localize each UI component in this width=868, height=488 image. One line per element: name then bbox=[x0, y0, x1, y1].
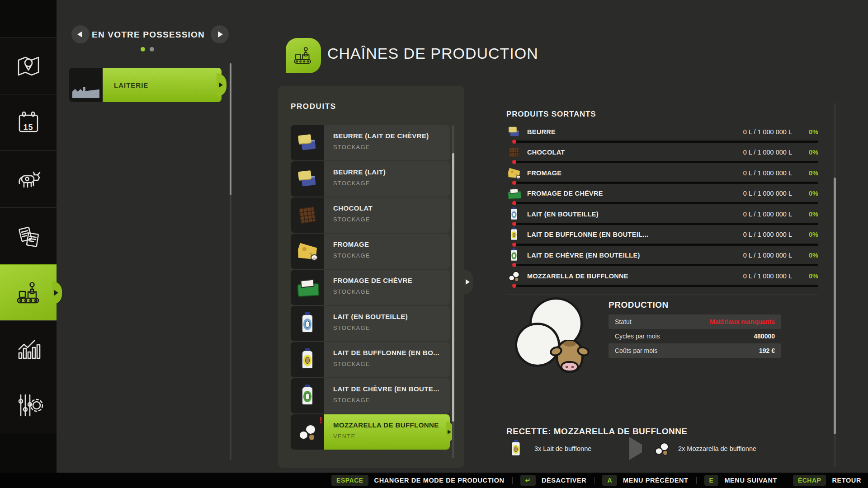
butter-icon bbox=[298, 170, 317, 188]
product-title: FROMAGE DE CHÈVRE bbox=[333, 277, 450, 284]
output-percent: 0% bbox=[792, 128, 818, 136]
product-title: BEURRE (LAIT) bbox=[333, 168, 450, 176]
product-title: LAIT DE BUFFLONNE (EN BO... bbox=[333, 349, 450, 357]
mozzarella-icon bbox=[653, 441, 671, 457]
a-key-chip[interactable]: A bbox=[602, 475, 617, 486]
product-item-lait-chevre[interactable]: LAIT DE CHÈVRE (EN BOUTE... STOCKAGE bbox=[291, 378, 450, 413]
product-mode-label: STOCKAGE bbox=[333, 288, 450, 295]
main-sidebar: 15 bbox=[0, 0, 57, 488]
output-name: LAIT DE BUFFLONNE (EN BOUTEIL... bbox=[527, 231, 743, 238]
owned-scrollbar-thumb[interactable] bbox=[230, 63, 231, 195]
output-fill-bar bbox=[514, 202, 818, 204]
sidebar-item-animals[interactable] bbox=[0, 150, 57, 207]
factory-image bbox=[72, 86, 99, 98]
sidebar-item-settings[interactable] bbox=[0, 377, 57, 433]
milk-bottle-icon bbox=[506, 206, 522, 222]
output-name: MOZZARELLA DE BUFFLONNE bbox=[527, 272, 743, 280]
escape-key-chip[interactable]: ÉCHAP bbox=[793, 475, 826, 486]
outputs-scrollbar[interactable] bbox=[834, 103, 836, 467]
product-item-beurre-chevre[interactable]: BEURRE (LAIT DE CHÈVRE) STOCKAGE bbox=[291, 125, 450, 160]
product-item-mozzarella-selected[interactable]: ! MOZZARELLA DE BUFFLONNE VENTE bbox=[291, 414, 450, 450]
product-thumb bbox=[291, 125, 324, 160]
cheese-wedge-icon bbox=[506, 165, 522, 181]
stat-label: Statut bbox=[615, 318, 632, 325]
sidebar-item-map[interactable] bbox=[0, 38, 57, 94]
output-fill-bar bbox=[514, 223, 818, 225]
stat-value-cycles: 480000 bbox=[754, 333, 775, 340]
section-divider bbox=[506, 295, 818, 295]
product-thumb bbox=[291, 161, 324, 197]
missing-materials-alert-icon: ! bbox=[319, 415, 322, 426]
owned-production-laiterie[interactable]: LAITERIE bbox=[69, 68, 222, 102]
output-row-fromage-chevre: FROMAGE DE CHÈVRE 0 L / 1 000 000 L 0% bbox=[506, 186, 818, 206]
space-key-chip[interactable]: ESPACE bbox=[331, 475, 368, 486]
map-icon bbox=[14, 52, 43, 80]
output-fill-bar bbox=[514, 161, 818, 163]
enter-key-chip[interactable]: ↵ bbox=[520, 475, 536, 486]
output-amount: 0 L / 1 000 000 L bbox=[743, 190, 792, 197]
laiterie-label: LAITERIE bbox=[114, 81, 148, 89]
stat-value-status: Matériaux manquants bbox=[710, 318, 775, 325]
product-item-lait-bouteille[interactable]: LAIT (EN BOUTEILLE) STOCKAGE bbox=[291, 306, 450, 341]
goat-milk-bottle-icon bbox=[302, 386, 313, 405]
output-amount: 0 L / 1 000 000 L bbox=[743, 128, 792, 136]
sidebar-item-calendar[interactable]: 15 bbox=[0, 94, 57, 150]
output-percent: 0% bbox=[792, 252, 818, 259]
buffalo-milk-bottle-icon bbox=[506, 227, 522, 242]
footer-separator bbox=[512, 477, 513, 484]
sidebar-item-contracts[interactable] bbox=[0, 207, 57, 264]
recipe-row: 3x Lait de bufflonne 2x Mozzarella de bu… bbox=[506, 438, 818, 459]
owned-prev-page-button[interactable] bbox=[71, 25, 90, 43]
product-title: LAIT DE CHÈVRE (EN BOUTE... bbox=[333, 385, 450, 393]
stat-row-costs: Coûts par mois 192 € bbox=[609, 343, 781, 358]
product-title: LAIT (EN BOUTEILLE) bbox=[333, 313, 450, 320]
product-item-fromage[interactable]: FROMAGE STOCKAGE bbox=[291, 234, 450, 269]
settings-sliders-icon bbox=[14, 391, 43, 420]
output-row-lait-bufflonne: LAIT DE BUFFLONNE (EN BOUTEIL... 0 L / 1… bbox=[506, 227, 818, 248]
owned-next-page-button[interactable] bbox=[211, 25, 229, 43]
product-mode-label: STOCKAGE bbox=[333, 216, 450, 223]
sidebar-item-statistics[interactable] bbox=[0, 320, 57, 377]
products-panel-title: PRODUITS bbox=[291, 102, 336, 111]
output-fill-bar bbox=[514, 244, 818, 246]
footer-separator bbox=[594, 477, 594, 484]
stat-row-statut: Statut Matériaux manquants bbox=[609, 314, 781, 329]
output-row-mozzarella: MOZZARELLA DE BUFFLONNE 0 L / 1 000 000 … bbox=[506, 268, 818, 289]
laiterie-thumbnail bbox=[69, 68, 103, 102]
output-percent: 0% bbox=[792, 149, 818, 156]
goat-cheese-icon bbox=[297, 279, 317, 296]
output-amount: 0 L / 1 000 000 L bbox=[743, 169, 792, 177]
chocolate-bar-icon bbox=[299, 206, 316, 224]
output-row-lait-chevre: LAIT DE CHÈVRE (EN BOUTEILLE) 0 L / 1 00… bbox=[506, 248, 818, 268]
product-mode-label: STOCKAGE bbox=[333, 180, 450, 187]
products-list-scrollbar[interactable] bbox=[452, 125, 454, 458]
output-name: LAIT (EN BOUTEILLE) bbox=[527, 211, 743, 218]
products-panel-expand-arrow[interactable] bbox=[463, 269, 473, 295]
stat-label: Coûts par mois bbox=[615, 347, 657, 354]
products-scrollbar-thumb[interactable] bbox=[452, 153, 454, 422]
output-amount: 0 L / 1 000 000 L bbox=[743, 211, 792, 218]
product-item-lait-bufflonne[interactable]: LAIT DE BUFFLONNE (EN BO... STOCKAGE bbox=[291, 342, 450, 377]
footer-separator bbox=[696, 477, 697, 484]
production-chains-icon bbox=[14, 278, 43, 307]
e-key-chip[interactable]: E bbox=[704, 475, 719, 486]
contracts-icon bbox=[14, 221, 43, 250]
owned-panel-scrollbar[interactable] bbox=[230, 63, 231, 460]
owned-pagination-dots bbox=[141, 47, 154, 52]
product-item-beurre-lait[interactable]: BEURRE (LAIT) STOCKAGE bbox=[291, 161, 450, 197]
output-row-fromage: FROMAGE 0 L / 1 000 000 L 0% bbox=[506, 165, 818, 186]
mozzarella-icon bbox=[506, 268, 522, 284]
product-item-fromage-chevre[interactable]: FROMAGE DE CHÈVRE STOCKAGE bbox=[291, 270, 450, 305]
output-name: CHOCOLAT bbox=[527, 149, 743, 156]
production-chains-badge-icon bbox=[292, 44, 315, 67]
footer-separator bbox=[785, 477, 785, 484]
outputs-scrollbar-thumb[interactable] bbox=[834, 178, 836, 434]
product-thumb bbox=[291, 270, 324, 305]
product-thumb bbox=[291, 197, 324, 233]
milk-bottle-icon bbox=[302, 314, 313, 333]
production-stats-table: Statut Matériaux manquants Cycles par mo… bbox=[609, 314, 781, 358]
product-item-chocolat[interactable]: CHOCOLAT STOCKAGE bbox=[291, 197, 450, 233]
sidebar-item-production[interactable] bbox=[0, 264, 57, 321]
output-name: BEURRE bbox=[527, 128, 743, 136]
product-title: BEURRE (LAIT DE CHÈVRE) bbox=[333, 132, 450, 140]
